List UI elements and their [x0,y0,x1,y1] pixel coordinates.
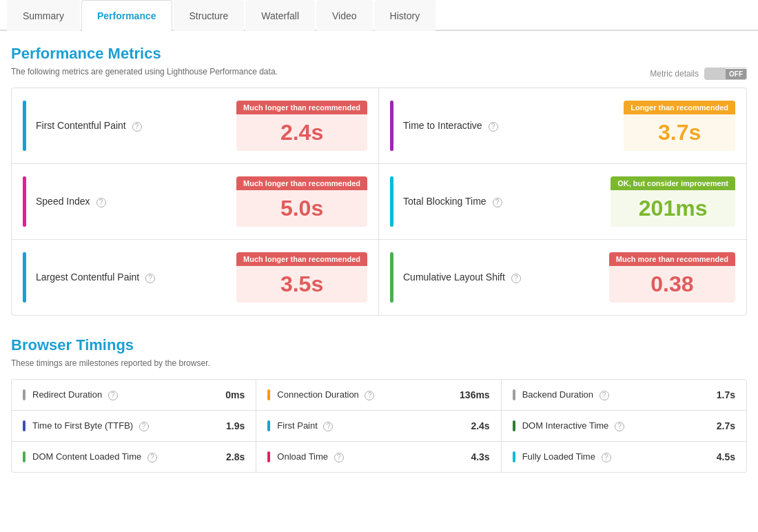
metric-value-box-cumulative-layout-shift: Much more than recommended 0.38 [609,252,735,303]
tab-performance[interactable]: Performance [81,0,172,31]
question-icon-dom-content-loaded-time[interactable]: ? [147,453,157,462]
metrics-grid: First Contentful Paint ? Much longer tha… [11,88,747,316]
browser-timings-grid: Redirect Duration ? 0ms Connection Durat… [11,379,747,473]
timing-value-onload-time: 4.3s [471,451,489,462]
metric-label-first-contentful-paint: First Contentful Paint ? [36,120,236,132]
timing-cell-dom-interactive-time: DOM Interactive Time ? 2.7s [502,411,746,442]
timing-label-time-to-first-byte: Time to First Byte (TTFB) ? [32,420,219,431]
timing-bar-connection-duration [267,389,270,400]
metric-value-speed-index: 5.0s [236,190,367,227]
metric-value-box-total-blocking-time: OK, but consider improvement 201ms [611,176,735,227]
timing-cell-first-paint: First Paint ? 2.4s [256,411,501,442]
tab-structure[interactable]: Structure [174,0,245,31]
toggle-track [705,68,726,79]
question-icon-first-contentful-paint[interactable]: ? [132,122,142,132]
metric-label-speed-index: Speed Index ? [36,196,236,207]
question-icon-fully-loaded-time[interactable]: ? [602,453,611,462]
timing-label-dom-content-loaded-time: DOM Content Loaded Time ? [32,451,219,462]
metric-badge-speed-index: Much longer than recommended [236,176,367,190]
timing-bar-backend-duration [513,389,515,400]
question-icon-speed-index[interactable]: ? [96,198,106,207]
metric-value-box-speed-index: Much longer than recommended 5.0s [236,176,367,227]
timing-value-fully-loaded-time: 4.5s [717,451,735,462]
timing-label-redirect-duration: Redirect Duration ? [32,389,218,400]
metric-details-toggle[interactable]: OFF [704,68,747,80]
timing-bar-dom-interactive-time [513,420,515,431]
timing-label-first-paint: First Paint ? [277,420,464,431]
tab-video[interactable]: Video [316,0,373,31]
timing-cell-fully-loaded-time: Fully Loaded Time ? 4.5s [502,442,746,472]
metric-badge-largest-contentful-paint: Much longer than recommended [236,252,367,266]
metric-badge-cumulative-layout-shift: Much more than recommended [609,252,735,266]
timing-label-backend-duration: Backend Duration ? [522,389,710,400]
metric-details-label: Metric details [650,69,699,79]
question-icon-time-to-interactive[interactable]: ? [489,122,498,132]
performance-section: Performance Metrics The following metric… [11,45,747,316]
timing-bar-redirect-duration [23,389,25,400]
timing-bar-onload-time [267,451,270,462]
metric-value-time-to-interactive: 3.7s [624,114,735,151]
metric-cell-largest-contentful-paint: Largest Contentful Paint ? Much longer t… [12,240,379,315]
question-icon-largest-contentful-paint[interactable]: ? [145,274,155,283]
toggle-off-label: OFF [726,69,746,79]
browser-timings-subtitle: These timings are milestones reported by… [11,358,747,368]
performance-subtitle: The following metrics are generated usin… [11,67,278,76]
tab-history[interactable]: History [374,0,436,31]
question-icon-total-blocking-time[interactable]: ? [493,198,502,207]
question-icon-time-to-first-byte[interactable]: ? [139,422,149,431]
timing-bar-fully-loaded-time [513,451,515,462]
metric-value-box-first-contentful-paint: Much longer than recommended 2.4s [236,101,367,151]
metric-label-time-to-interactive: Time to Interactive ? [403,120,624,132]
metric-value-first-contentful-paint: 2.4s [236,114,367,151]
metric-bar-cumulative-layout-shift [390,252,393,303]
metric-badge-total-blocking-time: OK, but consider improvement [611,176,735,190]
tab-bar: Summary Performance Structure Waterfall … [0,0,758,31]
metric-bar-first-contentful-paint [23,101,26,151]
metric-badge-time-to-interactive: Longer than recommended [624,101,735,114]
content-area: Performance Metrics The following metric… [0,31,758,487]
question-icon-cumulative-layout-shift[interactable]: ? [511,274,521,283]
timing-cell-connection-duration: Connection Duration ? 136ms [256,380,501,411]
performance-title: Performance Metrics [11,45,747,63]
question-icon-dom-interactive-time[interactable]: ? [615,422,624,431]
metric-cell-first-contentful-paint: First Contentful Paint ? Much longer tha… [12,88,379,164]
browser-timings-section: Browser Timings These timings are milest… [11,336,747,473]
metric-cell-speed-index: Speed Index ? Much longer than recommend… [12,164,379,240]
question-icon-connection-duration[interactable]: ? [365,391,374,400]
timing-cell-redirect-duration: Redirect Duration ? 0ms [12,380,256,411]
question-icon-first-paint[interactable]: ? [323,422,333,431]
timing-cell-dom-content-loaded-time: DOM Content Loaded Time ? 2.8s [12,442,256,472]
timing-bar-first-paint [267,420,270,431]
metric-bar-largest-contentful-paint [23,252,26,303]
timing-value-time-to-first-byte: 1.9s [226,420,245,431]
timing-label-dom-interactive-time: DOM Interactive Time ? [522,420,710,431]
metric-label-total-blocking-time: Total Blocking Time ? [403,196,611,207]
metric-value-total-blocking-time: 201ms [611,190,735,227]
timing-cell-onload-time: Onload Time ? 4.3s [256,442,501,472]
timing-value-first-paint: 2.4s [471,420,489,431]
metric-bar-time-to-interactive [390,101,393,151]
metric-value-cumulative-layout-shift: 0.38 [609,266,735,303]
metric-value-largest-contentful-paint: 3.5s [236,266,367,303]
browser-timings-title: Browser Timings [11,336,747,354]
timing-label-fully-loaded-time: Fully Loaded Time ? [522,451,710,462]
question-icon-backend-duration[interactable]: ? [600,391,609,400]
metric-bar-total-blocking-time [390,176,393,227]
tab-waterfall[interactable]: Waterfall [245,0,315,31]
timing-bar-time-to-first-byte [23,420,25,431]
tab-summary[interactable]: Summary [7,0,80,31]
metric-bar-speed-index [23,176,26,227]
question-icon-redirect-duration[interactable]: ? [108,391,118,400]
question-icon-onload-time[interactable]: ? [334,453,344,462]
timing-value-redirect-duration: 0ms [225,389,245,400]
metric-cell-total-blocking-time: Total Blocking Time ? OK, but consider i… [379,164,746,240]
timing-value-dom-content-loaded-time: 2.8s [226,451,245,462]
timing-value-dom-interactive-time: 2.7s [717,420,735,431]
metric-badge-first-contentful-paint: Much longer than recommended [236,101,367,114]
metric-value-box-largest-contentful-paint: Much longer than recommended 3.5s [236,252,367,303]
metric-cell-cumulative-layout-shift: Cumulative Layout Shift ? Much more than… [379,240,746,315]
metric-label-cumulative-layout-shift: Cumulative Layout Shift ? [403,272,609,283]
metric-details-row: Metric details OFF [650,68,747,80]
timing-bar-dom-content-loaded-time [23,451,25,462]
timing-cell-time-to-first-byte: Time to First Byte (TTFB) ? 1.9s [12,411,256,442]
